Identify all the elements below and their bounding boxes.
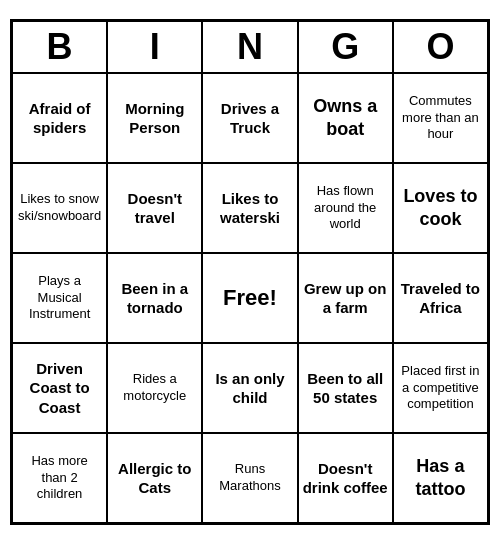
bingo-cell: Has a tattoo [393, 433, 488, 523]
bingo-cell: Has flown around the world [298, 163, 393, 253]
bingo-cell: Owns a boat [298, 73, 393, 163]
bingo-cell: Likes to snow ski/snowboard [12, 163, 107, 253]
bingo-cell: Morning Person [107, 73, 202, 163]
bingo-cell: Loves to cook [393, 163, 488, 253]
header-letter: G [298, 21, 393, 73]
bingo-grid: Afraid of spidersMorning PersonDrives a … [12, 73, 488, 523]
bingo-cell: Allergic to Cats [107, 433, 202, 523]
bingo-cell: Been in a tornado [107, 253, 202, 343]
header-letter: I [107, 21, 202, 73]
bingo-cell: Has more than 2 children [12, 433, 107, 523]
bingo-cell: Placed first in a competitive competitio… [393, 343, 488, 433]
header-letter: N [202, 21, 297, 73]
bingo-cell: Drives a Truck [202, 73, 297, 163]
bingo-cell: Afraid of spiders [12, 73, 107, 163]
bingo-cell: Is an only child [202, 343, 297, 433]
bingo-cell: Driven Coast to Coast [12, 343, 107, 433]
bingo-cell: Rides a motorcycle [107, 343, 202, 433]
header-letter: O [393, 21, 488, 73]
bingo-cell: Plays a Musical Instrument [12, 253, 107, 343]
bingo-cell: Grew up on a farm [298, 253, 393, 343]
bingo-cell: Doesn't travel [107, 163, 202, 253]
bingo-header: BINGO [12, 21, 488, 73]
bingo-cell: Runs Marathons [202, 433, 297, 523]
bingo-card: BINGO Afraid of spidersMorning PersonDri… [10, 19, 490, 525]
bingo-cell: Likes to waterski [202, 163, 297, 253]
bingo-cell: Traveled to Africa [393, 253, 488, 343]
bingo-cell: Free! [202, 253, 297, 343]
bingo-cell: Commutes more than an hour [393, 73, 488, 163]
bingo-cell: Been to all 50 states [298, 343, 393, 433]
header-letter: B [12, 21, 107, 73]
bingo-cell: Doesn't drink coffee [298, 433, 393, 523]
